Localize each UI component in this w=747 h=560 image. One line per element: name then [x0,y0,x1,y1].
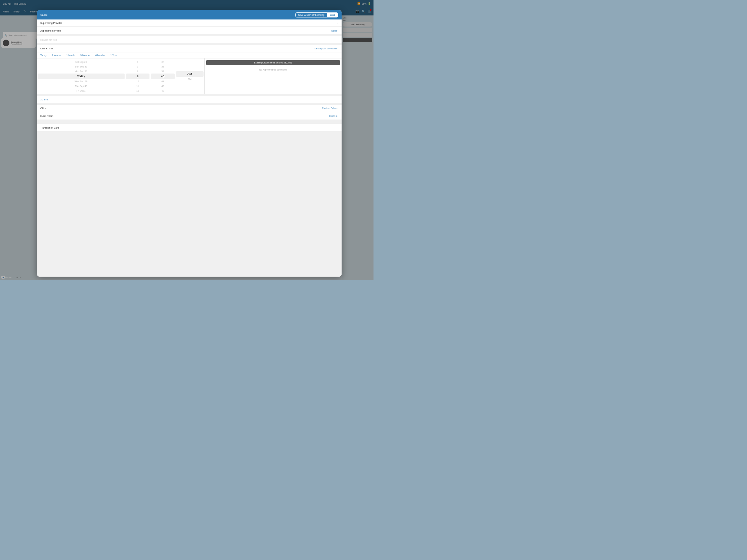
reason-for-visit-row[interactable]: Reason for Visit [37,36,342,43]
picker-hour-4-selected[interactable]: 9 [126,74,150,79]
picker-container: Sat Sep 25 Sun Sep 26 Mon Sep 27 Today W… [37,58,342,94]
cancel-button[interactable]: Cancel [40,14,48,17]
picker-hour-5[interactable]: 10 [126,79,150,84]
picker-day-4-selected[interactable]: Today [37,74,125,79]
transition-section: Transition of Care [37,124,342,131]
supervising-provider-row[interactable]: Supervising Provider › [37,20,342,27]
picker-hour-2[interactable]: 7 [126,64,150,69]
picker-day-3[interactable]: Mon Sep 27 [37,69,125,74]
office-row[interactable]: Office Eastern Office › [37,105,342,112]
duration-section: 30 mins [37,96,342,103]
no-appointments-text: No Appointments Scheduled [206,69,340,71]
exam-room-row[interactable]: Exam Room Exam 1 › [37,112,342,119]
modal-header: Cancel Save & Start Onboarding Save [37,10,342,20]
date-time-row[interactable]: Date & Time Tue Sep 28, 09:40 AM › [37,45,342,52]
picker-day-5[interactable]: Wed Sep 29 [37,79,125,84]
picker-hour-6[interactable]: 11 [126,84,150,89]
reason-section: Reason for Visit [37,36,342,43]
date-time-section: Date & Time Tue Sep 28, 09:40 AM › Today… [37,45,342,94]
one-month-link[interactable]: 1 Month [64,54,78,56]
exam-room-label: Exam Room [40,115,53,117]
existing-appointments-panel: Existing Appointments on Sep 28, 2021 No… [205,58,342,94]
hour-column[interactable]: 6 7 8 9 10 11 12 [125,58,151,94]
picker-day-1[interactable]: Sat Sep 25 [37,60,125,64]
chevron-right-icon-4: › [338,107,338,109]
picker-hour-7[interactable]: 12 [126,89,150,93]
office-section: Office Eastern Office › Exam Room Exam 1… [37,105,342,119]
office-label: Office [40,107,46,109]
spacer [37,121,342,124]
picker-hour-3[interactable]: 8 [126,69,150,74]
picker-min-6[interactable]: 42 [151,84,175,89]
save-start-onboarding-button[interactable]: Save & Start Onboarding [295,13,327,17]
picker-min-5[interactable]: 41 [151,79,175,84]
picker-day-2[interactable]: Sun Sep 26 [37,64,125,69]
picker-min-3[interactable]: 39 [151,69,175,74]
picker-min-1[interactable]: 37 [151,60,175,64]
six-months-link[interactable]: 6 Months [93,54,108,56]
three-months-link[interactable]: 3 Months [78,54,93,56]
picker-min-7[interactable]: 43 [151,89,175,93]
supervising-provider-label: Supervising Provider [40,22,62,24]
chevron-right-icon-5: › [338,115,338,117]
bottom-padding [37,133,342,140]
chevron-right-icon-3: › [338,48,338,50]
picker-pm[interactable]: PM [176,77,204,82]
minute-column[interactable]: 37 38 39 40 41 42 43 [150,58,175,94]
date-time-value: Tue Sep 28, 09:40 AM › [314,47,338,50]
date-time-label: Date & Time [40,47,53,50]
reason-for-visit-placeholder: Reason for Visit [40,38,57,41]
picker-min-2[interactable]: 38 [151,64,175,69]
appointment-profile-label: Appointment Profile [40,30,61,32]
provider-section: Supervising Provider › Appointment Profi… [37,20,342,34]
supervising-provider-value: › [338,22,338,24]
chevron-right-icon-2: › [338,30,338,31]
duration-row[interactable]: 30 mins [37,96,342,103]
picker-min-4-selected[interactable]: 40 [151,74,175,79]
existing-appointments-header: Existing Appointments on Sep 28, 2021 [206,60,340,65]
date-time-picker[interactable]: Sat Sep 25 Sun Sep 26 Mon Sep 27 Today W… [37,58,205,94]
picker-hour-1[interactable]: 6 [126,60,150,64]
picker-day-7[interactable]: Fri Oct 1 [37,89,125,93]
exam-room-value: Exam 1 › [329,115,338,117]
picker-day-6[interactable]: Thu Sep 30 [37,84,125,89]
transition-of-care-row[interactable]: Transition of Care [37,124,342,131]
appointment-modal: Cancel Save & Start Onboarding Save Supe… [37,10,342,277]
ampm-column[interactable]: AM PM [175,58,204,94]
transition-of-care-label: Transition of Care [40,127,59,129]
chevron-right-icon: › [338,22,338,24]
appointment-profile-value: None › [331,30,338,32]
office-value: Eastern Office › [322,107,338,109]
date-quick-links: Today 2 Weeks 1 Month 3 Months 6 Months … [37,52,342,58]
picker-am-selected[interactable]: AM [176,71,204,77]
save-button[interactable]: Save [327,13,338,17]
save-button-group: Save & Start Onboarding Save [295,12,338,18]
today-link[interactable]: Today [40,54,49,56]
one-year-link[interactable]: 1 Year [108,54,120,56]
two-weeks-link[interactable]: 2 Weeks [49,54,64,56]
appointment-profile-row[interactable]: Appointment Profile None › [37,27,342,34]
day-column[interactable]: Sat Sep 25 Sun Sep 26 Mon Sep 27 Today W… [37,58,125,94]
modal-body: Supervising Provider › Appointment Profi… [37,20,342,277]
